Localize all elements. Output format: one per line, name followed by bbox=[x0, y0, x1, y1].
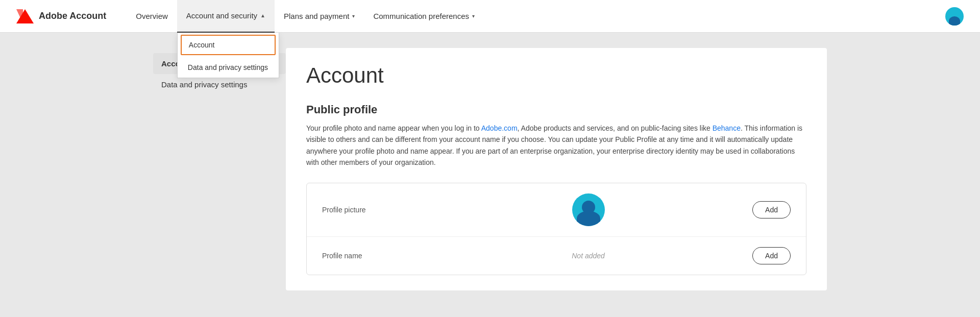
account-security-dropdown: Account Data and privacy settings bbox=[177, 33, 279, 78]
user-avatar[interactable] bbox=[945, 7, 964, 26]
adobe-icon bbox=[16, 9, 34, 23]
top-navigation: Adobe Account Overview Account and secur… bbox=[0, 0, 980, 33]
profile-picture-value bbox=[424, 193, 752, 226]
nav-overview[interactable]: Overview bbox=[127, 0, 177, 33]
sidebar: Account Data and privacy settings bbox=[153, 48, 286, 290]
chevron-up-icon: ▲ bbox=[260, 13, 265, 18]
profile-card: Profile picture Add Profile name Not add… bbox=[306, 183, 806, 275]
nav-items: Overview Account and security ▲ Account … bbox=[127, 0, 945, 33]
main-content: Account Public profile Your profile phot… bbox=[286, 48, 827, 290]
nav-account-security[interactable]: Account and security ▲ bbox=[177, 0, 275, 33]
public-profile-description: Your profile photo and name appear when … bbox=[306, 123, 806, 168]
nav-account-security-wrapper: Account and security ▲ Account Data and … bbox=[177, 0, 275, 33]
dropdown-item-account[interactable]: Account bbox=[181, 35, 276, 55]
brand-logo[interactable]: Adobe Account bbox=[16, 9, 106, 23]
avatar bbox=[572, 193, 605, 226]
nav-plans-payment[interactable]: Plans and payment ▾ bbox=[275, 0, 364, 33]
profile-picture-label: Profile picture bbox=[322, 206, 424, 214]
dropdown-item-privacy[interactable]: Data and privacy settings bbox=[178, 57, 279, 78]
chevron-down-icon: ▾ bbox=[352, 13, 355, 19]
chevron-down-icon-comm: ▾ bbox=[472, 13, 475, 19]
public-profile-title: Public profile bbox=[306, 103, 806, 116]
profile-name-row: Profile name Not added Add bbox=[307, 237, 806, 275]
page-title: Account bbox=[306, 63, 806, 88]
nav-communication[interactable]: Communication preferences ▾ bbox=[364, 0, 484, 33]
profile-picture-row: Profile picture Add bbox=[307, 183, 806, 237]
brand-name: Adobe Account bbox=[39, 11, 106, 21]
profile-name-label: Profile name bbox=[322, 252, 424, 260]
behance-link[interactable]: Behance bbox=[713, 124, 741, 132]
add-picture-button[interactable]: Add bbox=[752, 201, 791, 218]
adobe-link[interactable]: Adobe.com bbox=[481, 124, 518, 132]
add-name-button[interactable]: Add bbox=[752, 247, 791, 264]
profile-name-value: Not added bbox=[424, 252, 752, 260]
profile-name-placeholder: Not added bbox=[572, 252, 605, 260]
